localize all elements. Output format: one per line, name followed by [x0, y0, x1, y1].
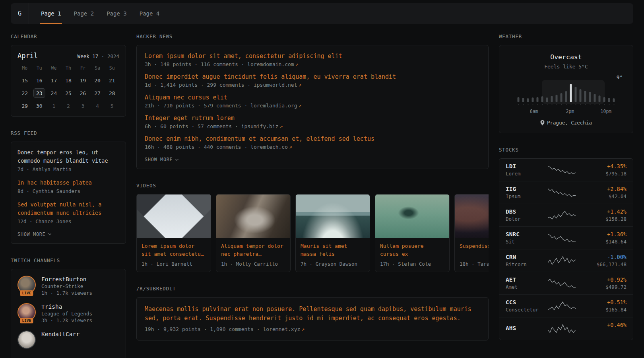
left-column: CALENDAR April Week 17 · 2024 Mo Tu We T…: [11, 33, 126, 358]
video-meta: 18h · Tara: [460, 261, 489, 267]
external-link-icon[interactable]: ↗: [301, 326, 305, 332]
weather-bar: [541, 96, 543, 102]
stock-row[interactable]: CCS Consectetur +0.51% $165.84: [499, 294, 633, 317]
hn-item: Integer eget rutrum lorem 6h · 60 points…: [145, 115, 480, 129]
weather-location: Prague, Czechia: [506, 120, 627, 126]
video-card[interactable]: Aliquam tempor dolor nec pharetra… 1h · …: [216, 194, 291, 272]
tab-page-4[interactable]: Page 4: [133, 3, 166, 24]
stock-row[interactable]: SNRC Sit +1.36% $148.64: [499, 226, 633, 249]
video-info: Mauris sit amet massa felis 7h · Grayson…: [296, 238, 370, 272]
weather-bar: [589, 92, 591, 102]
chevron-down-icon: [175, 157, 178, 160]
weather-hour-column: [532, 97, 534, 105]
channel-name: Trisha: [41, 304, 92, 310]
hn-show-more-button[interactable]: SHOW MORE: [145, 157, 178, 162]
weather-bar: [584, 91, 586, 102]
weather-bar: [580, 89, 582, 102]
external-link-icon[interactable]: ↗: [280, 123, 283, 129]
stock-row[interactable]: LDI Lorem +4.35% $795.18: [499, 159, 633, 181]
hn-item: Aliquam nec cursus elit 21h · 710 points…: [145, 94, 480, 109]
weather-hour-column: [589, 92, 591, 105]
tab-page-2[interactable]: Page 2: [68, 3, 101, 24]
calendar-day: 5: [105, 101, 119, 111]
external-link-icon[interactable]: ↗: [295, 61, 299, 67]
channel-game: Counter-Strike: [41, 283, 92, 289]
twitch-channel-row[interactable]: LIVE Trisha League of Legends 3h · 1.2k …: [17, 303, 119, 323]
twitch-channel-row[interactable]: KendallCarr: [17, 331, 119, 349]
calendar-day: 29: [17, 101, 32, 111]
time-label: 2pm: [566, 109, 574, 114]
show-more-label: SHOW MORE: [145, 157, 173, 162]
video-card[interactable]: Nullam posuere cursus ex 17h · Stefan Co…: [375, 194, 450, 272]
stock-name: Amet: [506, 284, 544, 290]
stock-row[interactable]: DBS Dolor +1.42% $156.28: [499, 204, 633, 226]
hn-item-title[interactable]: Lorem ipsum dolor sit amet, consectetur …: [145, 53, 342, 60]
hn-item-title[interactable]: Donec imperdiet augue tincidunt felis al…: [145, 73, 396, 80]
twitch-widget: TWITCH CHANNELS LIVE ForrestBurton Count…: [11, 257, 126, 358]
calendar-separator: ·: [101, 53, 105, 59]
weather-hour-column: [565, 91, 567, 105]
weather-card: Overcast Feels like 5°C 9° 6am 2pm 10pm …: [499, 45, 633, 133]
stock-price: $156.28: [580, 216, 627, 222]
weather-hour-column: [575, 87, 577, 105]
hn-item-title[interactable]: Integer eget rutrum lorem: [145, 115, 235, 122]
dashboard-content: CALENDAR April Week 17 · 2024 Mo Tu We T…: [11, 33, 633, 358]
stock-price: [580, 329, 627, 335]
app-logo[interactable]: G: [11, 3, 29, 24]
calendar-day: 17: [47, 76, 61, 85]
external-link-icon[interactable]: ↗: [299, 82, 302, 88]
rss-show-more-button[interactable]: SHOW MORE: [17, 232, 51, 237]
twitch-channel-row[interactable]: LIVE ForrestBurton Counter-Strike 1h · 1…: [17, 276, 119, 296]
stock-symbol: LDI: [506, 163, 544, 169]
video-card[interactable]: Suspendisse diam 18h · Tara: [454, 194, 489, 272]
rss-item-title[interactable]: Donec tempor eros leo, ut commodo mauris…: [17, 148, 119, 165]
stock-price: $795.18: [580, 171, 627, 177]
stock-row[interactable]: AET Amet +0.92% $499.72: [499, 272, 633, 294]
video-thumbnail: [216, 195, 290, 238]
hn-item-title[interactable]: Donec enim nibh, condimentum et accumsan…: [145, 135, 374, 142]
stock-price: $66,171.48: [580, 261, 627, 267]
hn-item-title[interactable]: Aliquam nec cursus elit: [145, 94, 227, 101]
weather-bar: [546, 97, 548, 102]
subreddit-post-title[interactable]: Maecenas mollis pulvinar erat non posuer…: [145, 305, 471, 322]
weather-bars: [518, 84, 615, 105]
live-badge: LIVE: [20, 318, 33, 323]
stock-sparkline: [548, 301, 576, 311]
hn-item-meta: 6h · 60 points · 57 comments · ipsumify.…: [145, 123, 480, 129]
chevron-down-icon: [48, 232, 51, 235]
video-card[interactable]: Mauris sit amet massa felis 7h · Grayson…: [295, 194, 370, 272]
external-link-icon[interactable]: ↗: [289, 144, 292, 150]
stock-symbol: AHS: [506, 325, 544, 331]
weather-hour-column: [522, 98, 524, 105]
stock-price: $499.72: [580, 284, 627, 290]
hn-item: Lorem ipsum dolor sit amet, consectetur …: [145, 53, 480, 67]
stock-row[interactable]: CRN Bitcorn -1.00% $66,171.48: [499, 249, 633, 272]
weather-bar: [532, 97, 534, 102]
rss-item-title[interactable]: Sed volutpat nulla nisl, a condimentum n…: [17, 200, 119, 217]
channel-avatar: [17, 331, 36, 349]
stock-sparkline: [548, 187, 576, 198]
tab-page-1[interactable]: Page 1: [35, 3, 68, 24]
video-card[interactable]: Lorem ipsum dolor sit amet consectetu… 1…: [136, 194, 211, 272]
stock-row[interactable]: AHS +0.46%: [499, 317, 633, 340]
stock-row[interactable]: IIG Ipsum +2.84% $42.04: [499, 181, 633, 204]
video-thumbnail: [137, 195, 211, 238]
rss-item-title[interactable]: In hac habitasse platea: [17, 179, 119, 187]
calendar-year: 2024: [107, 53, 119, 59]
calendar-dow: Fr: [76, 65, 90, 72]
hour-dot: [590, 104, 590, 105]
weather-hour-column: [556, 95, 558, 105]
external-link-icon[interactable]: ↗: [299, 103, 302, 109]
calendar-dow: Th: [61, 65, 76, 72]
video-info: Nullam posuere cursus ex 17h · Stefan Co…: [375, 238, 449, 272]
section-title-subreddit: /R/SUBREDDIT: [136, 286, 489, 292]
calendar-dow: We: [47, 65, 61, 72]
stock-id: IIG Ipsum: [506, 186, 544, 199]
stock-values: +1.42% $156.28: [580, 208, 627, 222]
calendar-dow: Su: [105, 65, 119, 72]
rss-item-meta: 7d · Ashlyn Martin: [17, 166, 119, 172]
peak-temp-label: 9°: [617, 74, 623, 80]
channel-avatar: LIVE: [17, 276, 36, 294]
stock-name: Consectetur: [506, 307, 544, 313]
tab-page-3[interactable]: Page 3: [100, 3, 133, 24]
